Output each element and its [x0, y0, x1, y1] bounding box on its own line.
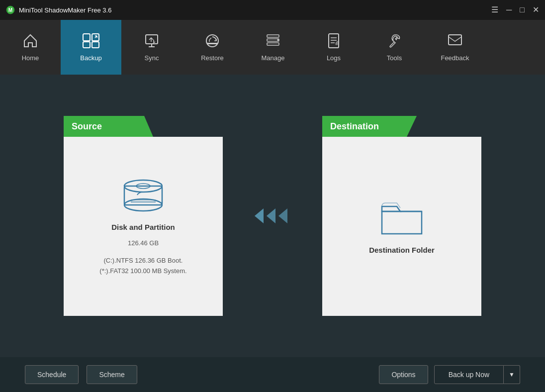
window-controls: ☰ ─ □ ✕ — [491, 6, 539, 14]
restore-icon — [204, 33, 220, 51]
nav-restore-label: Restore — [201, 54, 224, 62]
bottom-right-actions: Options Back up Now ▼ — [379, 365, 520, 384]
home-icon — [22, 33, 38, 51]
source-header-label: Source — [72, 121, 102, 132]
source-title: Disk and Partition — [111, 223, 175, 231]
scheme-button[interactable]: Scheme — [87, 365, 137, 384]
logs-icon — [326, 33, 342, 51]
manage-icon — [265, 33, 281, 51]
backup-now-button[interactable]: Back up Now — [434, 365, 504, 384]
nav-logs[interactable]: Logs — [303, 20, 364, 75]
svg-rect-2 — [83, 34, 90, 41]
source-size: 126.46 GB — [128, 238, 159, 249]
svg-rect-13 — [329, 34, 339, 48]
folder-icon — [379, 199, 424, 239]
nav-home[interactable]: Home — [0, 20, 61, 75]
arrow-area — [253, 203, 292, 228]
close-button[interactable]: ✕ — [533, 6, 539, 14]
destination-card[interactable]: Destination Folder — [322, 137, 481, 316]
disk-icon — [121, 176, 166, 216]
svg-rect-9 — [267, 35, 279, 37]
destination-title: Destination Folder — [369, 246, 435, 254]
main-content: Source Disk and Partition 126.46 GB (C:)… — [0, 75, 545, 357]
destination-header-label: Destination — [330, 121, 379, 132]
bottom-left-actions: Schedule Scheme — [25, 365, 137, 384]
nav-logs-label: Logs — [327, 54, 341, 62]
svg-rect-8 — [207, 43, 218, 44]
options-button[interactable]: Options — [379, 365, 428, 384]
nav-sync[interactable]: Sync — [121, 20, 182, 75]
backup-icon — [82, 33, 100, 51]
destination-card-wrapper: Destination Destination Folder — [322, 116, 481, 316]
nav-backup-label: Backup — [80, 54, 101, 62]
nav-feedback-label: Feedback — [441, 54, 469, 62]
source-card-wrapper: Source Disk and Partition 126.46 GB (C:)… — [64, 116, 223, 316]
nav-tools-label: Tools — [387, 54, 402, 62]
backup-now-dropdown[interactable]: ▼ — [504, 365, 520, 384]
nav-restore[interactable]: Restore — [182, 20, 243, 75]
app-logo: M — [6, 5, 15, 14]
tools-icon — [386, 33, 402, 51]
sync-icon — [144, 33, 160, 51]
nav-feedback[interactable]: Feedback — [425, 20, 485, 75]
nav-sync-label: Sync — [145, 54, 159, 62]
nav-backup[interactable]: Backup — [61, 20, 121, 75]
menu-button[interactable]: ☰ — [491, 6, 498, 14]
source-header: Source — [64, 116, 153, 137]
title-bar: M MiniTool ShadowMaker Free 3.6 ☰ ─ □ ✕ — [0, 0, 545, 20]
svg-rect-4 — [83, 42, 90, 48]
maximize-button[interactable]: □ — [520, 6, 525, 14]
minimize-button[interactable]: ─ — [506, 6, 512, 14]
svg-rect-11 — [267, 43, 279, 45]
nav-manage[interactable]: Manage — [243, 20, 303, 75]
nav-home-label: Home — [22, 54, 39, 62]
nav-tools[interactable]: Tools — [364, 20, 425, 75]
svg-rect-5 — [92, 42, 99, 48]
svg-text:M: M — [8, 7, 12, 13]
source-card[interactable]: Disk and Partition 126.46 GB (C:).NTFS 1… — [64, 137, 223, 316]
title-left: M MiniTool ShadowMaker Free 3.6 — [6, 5, 111, 14]
source-details: (C:).NTFS 126.36 GB Boot. (*:).FAT32 100… — [99, 256, 186, 277]
bottom-bar: Schedule Scheme Options Back up Now ▼ — [0, 357, 545, 392]
schedule-button[interactable]: Schedule — [25, 365, 79, 384]
destination-header: Destination — [322, 116, 422, 137]
svg-rect-6 — [146, 35, 158, 44]
nav-bar: Home Backup Sync — [0, 20, 545, 75]
nav-manage-label: Manage — [262, 54, 285, 62]
feedback-icon — [447, 33, 463, 51]
app-title: MiniTool ShadowMaker Free 3.6 — [19, 6, 111, 14]
svg-rect-14 — [449, 35, 461, 45]
svg-point-12 — [277, 39, 279, 41]
